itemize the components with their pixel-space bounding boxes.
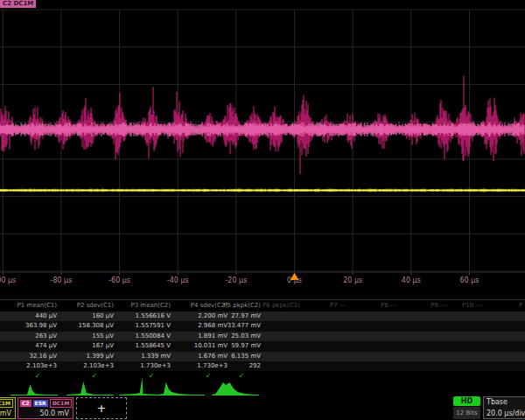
param-value-cell: 363.98 µV <box>3 321 57 331</box>
time-axis-label: -80 µs <box>51 276 73 284</box>
param-value-cell: 1.339 mV <box>116 352 171 361</box>
add-trace-button[interactable]: + <box>76 397 127 419</box>
param-value-cell: 59.97 mV <box>206 341 261 351</box>
param-value-cell: 2.103e+3 <box>3 361 57 371</box>
time-axis-label: 20 µs <box>343 276 362 284</box>
histicon-p2[interactable] <box>66 378 114 397</box>
param-header-p2[interactable]: P2 sdev(C1) <box>60 301 114 311</box>
param-value-cell: 1.730e+3 <box>116 361 171 371</box>
timebase-label: Tbase <box>486 398 508 406</box>
measurement-table: P1 mean(C1)P2 sdev(C1)P3 mean(C2)P4 sdev… <box>0 299 525 300</box>
timebase-value: 20.0 µs/div <box>486 410 525 417</box>
param-value-cell: 25.03 mV <box>206 332 261 341</box>
param-stat-row: 474 µV167 µV1.558645 V10.031 mV59.97 mV <box>0 341 525 351</box>
param-value-cell: 1.550084 V <box>116 332 171 341</box>
param-stat-row: 32.16 µV1.399 µV1.339 mV1.676 mV6.135 mV <box>0 352 525 361</box>
param-value-cell: 155 µV <box>60 332 114 341</box>
param-value-cell: 1.558645 V <box>116 341 171 351</box>
param-value-cell: 27.97 mV <box>206 312 261 321</box>
c2-esr-badge: ESR <box>33 400 48 407</box>
param-value-cell: 474 µV <box>3 341 57 351</box>
param-value-cell: 167 µV <box>60 341 114 351</box>
histicon-p1[interactable] <box>10 378 58 397</box>
time-axis-label: 60 µs <box>460 276 480 284</box>
param-header-p5[interactable]: P5 pkpk(C2) <box>206 301 261 311</box>
param-value-cell: 292 <box>206 361 261 371</box>
time-axis-label: 0 µs <box>287 276 302 284</box>
param-value-cell: 1.557591 V <box>116 321 171 331</box>
channel-descriptor-c2[interactable]: C2 ESR DC1M 50.0 mV <box>18 397 74 419</box>
param-header-disabled[interactable]: P10 --- <box>462 301 482 311</box>
param-stat-row: 440 µV160 µV1.556616 V2.200 mV27.97 mV <box>0 312 525 321</box>
param-header-disabled[interactable]: P6 pkpk(C3) <box>262 301 300 311</box>
param-header-p1[interactable]: P1 mean(C1) <box>3 301 57 311</box>
time-axis-label: -20 µs <box>225 276 247 284</box>
hd-mode-badge[interactable]: HD <box>453 396 480 406</box>
time-axis-label: -40 µs <box>167 276 189 284</box>
param-value-cell: 32.16 µV <box>3 352 57 361</box>
param-header-disabled[interactable]: P8 --- <box>381 301 396 311</box>
oscilloscope-screen: C2 DC1M -100 µs-80 µs-60 µs-40 µs-20 µs0… <box>0 0 525 420</box>
timebase-descriptor[interactable]: Tbase 20.0 µs/div <box>483 396 525 419</box>
param-value-cell: 263 µV <box>3 332 57 341</box>
param-header-disabled[interactable]: P7 --- <box>330 301 346 311</box>
plus-icon: + <box>97 402 107 415</box>
param-header-disabled[interactable]: P9 --- <box>430 301 446 311</box>
param-value-cell: 440 µV <box>3 312 57 321</box>
c2-label: C2 <box>20 400 32 407</box>
param-stat-row: 363.98 µV158.308 µV1.557591 V2.968 mV33.… <box>0 321 525 331</box>
param-value-cell: 6.135 mV <box>206 352 261 361</box>
time-axis-label: -60 µs <box>108 276 130 284</box>
param-header-disabled[interactable]: P <box>519 301 522 311</box>
histicon-p5[interactable] <box>212 378 259 397</box>
param-value-cell: 33.477 mV <box>206 321 261 331</box>
time-axis-label: 40 µs <box>402 276 421 284</box>
c1-coupling-badge: DC1M <box>0 399 13 408</box>
c2-coupling-badge: DC1M <box>50 399 73 408</box>
param-value-cell: 1.399 µV <box>60 352 114 361</box>
c2-volts-per-div: 50.0 mV <box>39 410 69 417</box>
channel-descriptor-c1[interactable]: C1 DC1M 50.0 mV <box>0 397 16 419</box>
param-value-cell: 2.103e+3 <box>60 361 114 371</box>
c1-volts-per-div: 50.0 mV <box>0 410 11 417</box>
param-header-p3[interactable]: P3 mean(C2) <box>116 301 171 311</box>
param-value-cell: 1.556616 V <box>116 312 171 321</box>
param-value-cell: 158.308 µV <box>60 321 114 331</box>
active-trace-badge: C2 DC1M <box>0 0 36 8</box>
param-value-cell: 160 µV <box>60 312 114 321</box>
hd-bits-label: 12 Bits <box>453 407 480 419</box>
param-stat-row: 263 µV155 µV1.550084 V1.891 mV25.03 mV <box>0 332 525 341</box>
time-axis-label: -100 µs <box>0 276 16 284</box>
histicon-p4[interactable] <box>158 378 205 397</box>
param-stat-row: 2.103e+32.103e+31.730e+31.730e+3292 <box>0 361 525 371</box>
